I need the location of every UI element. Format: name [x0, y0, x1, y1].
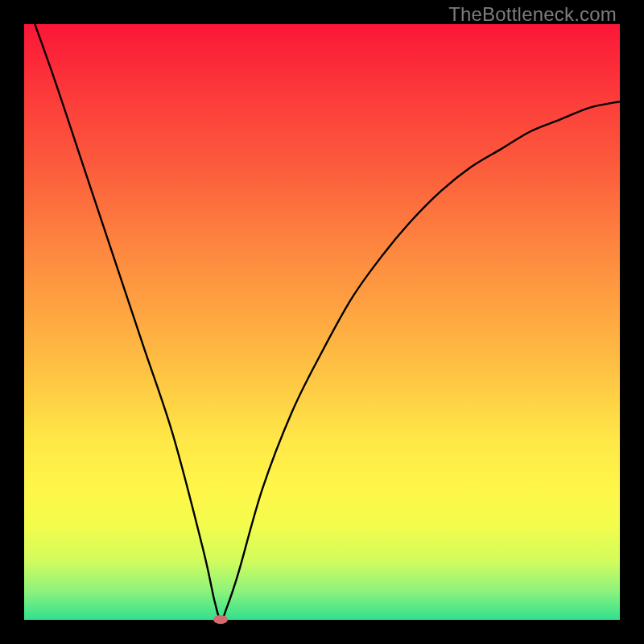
watermark-text: TheBottleneck.com — [448, 3, 617, 26]
bottleneck-curve — [24, 24, 620, 620]
min-point-marker — [213, 615, 228, 624]
plot-area — [24, 24, 620, 620]
curve-svg — [24, 24, 620, 620]
chart-frame: TheBottleneck.com — [0, 0, 644, 644]
